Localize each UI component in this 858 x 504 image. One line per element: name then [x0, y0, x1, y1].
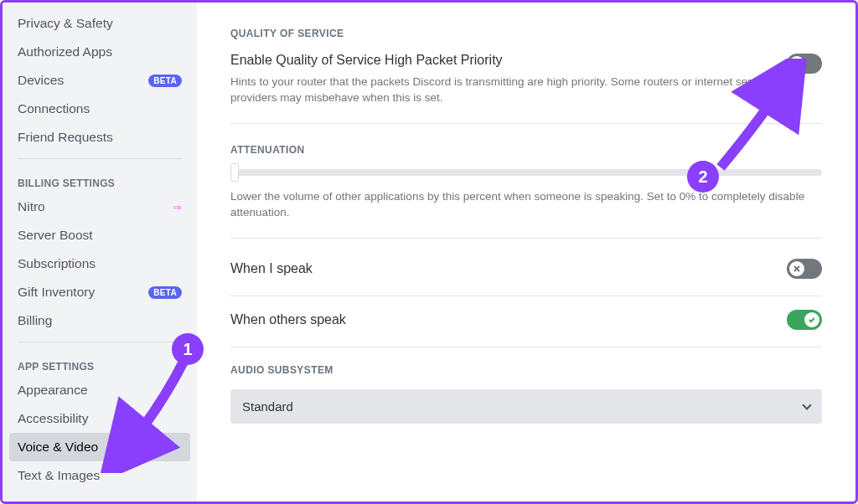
- sidebar-item-friend-requests[interactable]: Friend Requests: [9, 123, 190, 152]
- annotation-arrow-2: [712, 59, 813, 176]
- section-header-qos: Quality of Service: [230, 28, 822, 39]
- section-header-audio-subsystem: Audio Subsystem: [230, 364, 822, 376]
- sidebar-item-authorized-apps[interactable]: Authorized Apps: [9, 38, 190, 66]
- divider: [230, 296, 822, 296]
- annotation-2: 2: [687, 161, 719, 193]
- slider-thumb[interactable]: [230, 163, 239, 182]
- setting-title-when-others-speak: When others speak: [230, 312, 346, 327]
- sidebar-divider: [18, 342, 182, 342]
- chevron-down-icon: [802, 400, 811, 409]
- sidebar-divider: [18, 158, 182, 159]
- sidebar-item-nitro[interactable]: Nitro⇒: [9, 193, 190, 221]
- sidebar-item-privacy-safety[interactable]: Privacy & Safety: [9, 9, 190, 38]
- select-value: Standard: [242, 399, 293, 414]
- sidebar-item-subscriptions[interactable]: Subscriptions: [9, 249, 190, 278]
- sidebar-item-connections[interactable]: Connections: [9, 95, 190, 123]
- sidebar-item-billing[interactable]: Billing: [9, 306, 190, 335]
- divider: [230, 347, 822, 347]
- setting-title-when-i-speak: When I speak: [230, 261, 313, 276]
- beta-badge: BETA: [148, 286, 182, 299]
- select-audio-subsystem[interactable]: Standard: [230, 389, 822, 424]
- nitro-icon: ⇒: [173, 201, 182, 213]
- sidebar-header-billing: Billing Settings: [9, 166, 190, 193]
- annotation-1: 1: [172, 333, 204, 365]
- annotation-arrow-1: [101, 352, 193, 473]
- setting-title-qos: Enable Quality of Service High Packet Pr…: [230, 53, 503, 68]
- beta-badge: BETA: [148, 75, 182, 87]
- toggle-when-others-speak[interactable]: [787, 310, 822, 330]
- setting-desc-attenuation: Lower the volume of other applications b…: [230, 189, 817, 221]
- sidebar-item-server-boost[interactable]: Server Boost: [9, 221, 190, 249]
- divider: [230, 238, 822, 239]
- sidebar-item-gift-inventory[interactable]: Gift InventoryBETA: [9, 278, 190, 306]
- sidebar-item-devices[interactable]: DevicesBETA: [9, 66, 190, 95]
- toggle-when-i-speak[interactable]: [787, 259, 822, 279]
